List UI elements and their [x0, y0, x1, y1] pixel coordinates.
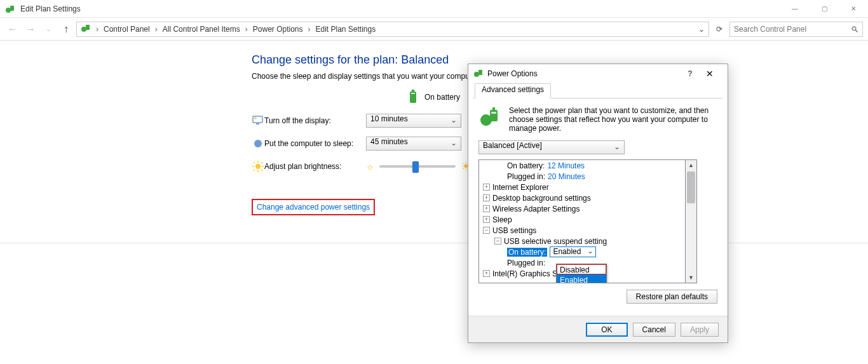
recent-button[interactable]: ⌄ [41, 22, 56, 37]
brightness-slider[interactable] [379, 165, 456, 168]
breadcrumb-item[interactable]: Control Panel [104, 25, 150, 34]
svg-rect-7 [253, 116, 262, 123]
nav-bar: ← → ⌄ ↑ › Control Panel › All Control Pa… [0, 18, 868, 41]
svg-rect-23 [490, 110, 498, 121]
sleep-icon [252, 137, 264, 150]
close-button[interactable]: ✕ [839, 0, 868, 18]
dialog-description: Select the power plan that you want to c… [509, 106, 717, 133]
tree-row[interactable]: On battery: Enabled [479, 246, 685, 257]
svg-point-0 [6, 8, 11, 13]
main-content: Change settings for the plan: Balanced C… [0, 41, 868, 215]
breadcrumb-sep: › [153, 25, 160, 34]
sleep-timeout-dropdown[interactable]: 45 minutes [366, 137, 461, 151]
advanced-link-highlight: Change advanced power settings [252, 199, 375, 215]
tab-advanced-settings[interactable]: Advanced settings [475, 83, 551, 98]
ok-button[interactable]: OK [586, 323, 627, 337]
tree-row[interactable]: −USB settings [479, 225, 685, 236]
tree-scrollbar[interactable]: ▲ ▼ [686, 159, 697, 283]
content-divider [0, 243, 868, 243]
svg-line-18 [261, 162, 262, 163]
expand-icon[interactable]: + [483, 216, 490, 223]
scroll-down-icon[interactable]: ▼ [686, 273, 696, 283]
power-options-dialog: Power Options ? ✕ Advanced settings Sele… [468, 64, 728, 343]
breadcrumb-item[interactable]: Power Options [253, 25, 303, 34]
brightness-label: Adjust plan brightness: [264, 162, 366, 171]
collapse-icon[interactable]: − [494, 238, 501, 245]
tree-row[interactable]: +Internet Explorer [479, 182, 685, 192]
dialog-footer: OK Cancel Apply [468, 316, 728, 342]
display-icon [252, 114, 264, 127]
help-button[interactable]: ? [683, 69, 697, 78]
advanced-settings-link[interactable]: Change advanced power settings [257, 203, 370, 212]
minimize-button[interactable]: — [780, 0, 810, 18]
battery-icon [407, 90, 419, 105]
apply-button[interactable]: Apply [681, 323, 719, 337]
breadcrumb-item[interactable]: All Control Panel Items [163, 25, 240, 34]
dropdown-option-disabled[interactable]: Disabled [557, 264, 606, 274]
expand-icon[interactable]: + [483, 184, 490, 191]
tree-row[interactable]: −USB selective suspend setting [479, 236, 685, 246]
svg-rect-5 [412, 90, 414, 91]
refresh-button[interactable]: ⟳ [712, 22, 727, 37]
power-plan-dropdown[interactable]: Balanced [Active] [478, 140, 625, 154]
tree-row[interactable]: +Sleep [479, 214, 685, 225]
search-input[interactable] [729, 22, 863, 37]
breadcrumb-sep: › [93, 25, 101, 34]
usb-on-battery-dropdown[interactable]: Enabled [550, 246, 596, 257]
selected-setting-label: On battery: [507, 248, 547, 257]
search-icon: 🔍︎ [851, 24, 859, 34]
tree-row[interactable]: +Wireless Adapter Settings [479, 203, 685, 214]
expand-icon[interactable]: + [483, 270, 490, 277]
expand-icon[interactable]: + [483, 205, 490, 212]
tree-row[interactable]: On battery:12 Minutes [479, 160, 685, 171]
scroll-thumb[interactable] [687, 172, 695, 203]
svg-rect-1 [10, 6, 14, 11]
svg-rect-24 [492, 107, 495, 110]
breadcrumb-sep: › [243, 25, 250, 34]
collapse-icon[interactable]: − [483, 227, 490, 234]
up-button[interactable]: ↑ [58, 22, 74, 37]
settings-tree[interactable]: On battery:12 Minutes Plugged in:20 Minu… [478, 159, 686, 283]
breadcrumb-item[interactable]: Edit Plan Settings [315, 25, 376, 34]
tree-row[interactable]: Plugged in:20 Minutes [479, 171, 685, 182]
svg-rect-21 [478, 70, 482, 75]
breadcrumb-sep: › [305, 25, 313, 34]
window-title: Edit Plan Settings [20, 4, 81, 13]
sun-low-icon: ☼ [366, 161, 374, 172]
maximize-button[interactable]: ▢ [810, 0, 839, 18]
expand-icon[interactable]: + [483, 194, 490, 201]
usb-plugged-in-dropdown-open[interactable]: Disabled Enabled [556, 264, 607, 283]
svg-point-2 [81, 27, 86, 32]
dialog-title: Power Options [487, 69, 538, 78]
cancel-button[interactable]: Cancel [633, 323, 675, 337]
svg-rect-6 [411, 93, 415, 94]
svg-line-19 [254, 170, 255, 171]
address-bar[interactable]: › Control Panel › All Control Panel Item… [76, 22, 709, 37]
display-timeout-dropdown[interactable]: 10 minutes [366, 114, 461, 128]
address-dropdown-icon[interactable]: ⌄ [698, 25, 705, 34]
slider-thumb[interactable] [412, 161, 419, 173]
dialog-tabs: Advanced settings [473, 83, 722, 98]
brightness-icon [252, 160, 264, 173]
scroll-up-icon[interactable]: ▲ [686, 160, 696, 170]
svg-rect-9 [256, 123, 259, 125]
app-icon [5, 4, 15, 14]
svg-point-11 [255, 164, 261, 169]
column-header-battery: On battery [424, 93, 460, 102]
address-icon [81, 23, 91, 35]
svg-rect-3 [86, 25, 90, 30]
dialog-close-button[interactable]: ✕ [697, 66, 722, 81]
svg-point-8 [254, 117, 257, 119]
forward-button[interactable]: → [23, 22, 38, 37]
svg-rect-25 [491, 112, 496, 114]
dropdown-option-enabled[interactable]: Enabled [557, 274, 606, 283]
restore-defaults-button[interactable]: Restore plan defaults [627, 290, 717, 304]
svg-point-10 [254, 140, 262, 147]
dialog-icon [473, 68, 484, 80]
tree-row[interactable]: +Desktop background settings [479, 192, 685, 203]
svg-line-16 [254, 162, 255, 163]
back-button[interactable]: ← [5, 22, 20, 37]
svg-point-20 [474, 72, 479, 77]
svg-line-17 [261, 170, 262, 171]
dialog-titlebar: Power Options ? ✕ [468, 64, 728, 83]
